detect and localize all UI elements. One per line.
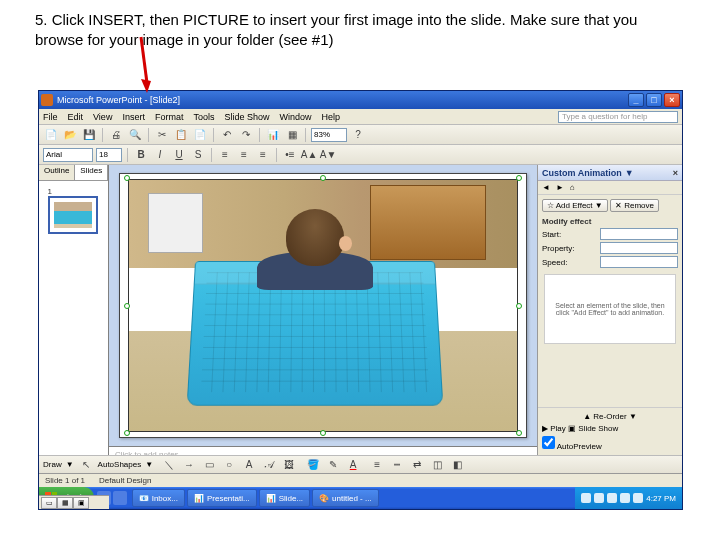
clock[interactable]: 4:27 PM xyxy=(646,494,676,503)
select-icon[interactable]: ↖ xyxy=(78,457,94,473)
tray-icon[interactable] xyxy=(620,493,630,503)
line-style-icon[interactable]: ≡ xyxy=(369,457,385,473)
reorder-down-button[interactable]: ▼ xyxy=(629,412,637,421)
menu-insert[interactable]: Insert xyxy=(122,112,145,122)
3d-style-icon[interactable]: ◧ xyxy=(449,457,465,473)
nav-back-button[interactable]: ◄ xyxy=(542,183,550,192)
selection-handle[interactable] xyxy=(124,175,130,181)
align-right-button[interactable]: ≡ xyxy=(255,147,271,163)
shadow-button[interactable]: S xyxy=(190,147,206,163)
copy-button[interactable]: 📋 xyxy=(173,127,189,143)
taskbar-item[interactable]: 📧Inbox... xyxy=(132,489,185,507)
menu-help[interactable]: Help xyxy=(321,112,340,122)
save-button[interactable]: 💾 xyxy=(81,127,97,143)
paste-button[interactable]: 📄 xyxy=(192,127,208,143)
slide-thumbnail[interactable]: 1 xyxy=(48,187,100,234)
help-search-input[interactable]: Type a question for help xyxy=(558,111,678,123)
selection-handle[interactable] xyxy=(516,175,522,181)
menu-format[interactable]: Format xyxy=(155,112,184,122)
reorder-up-button[interactable]: ▲ xyxy=(583,412,591,421)
selection-handle[interactable] xyxy=(320,175,326,181)
task-hint-text: Select an element of the slide, then cli… xyxy=(544,274,676,344)
zoom-dropdown[interactable]: 83% xyxy=(311,128,347,142)
align-center-button[interactable]: ≡ xyxy=(236,147,252,163)
menu-file[interactable]: File xyxy=(43,112,58,122)
minimize-button[interactable]: _ xyxy=(628,93,644,107)
task-pane-close[interactable]: × xyxy=(673,168,678,178)
line-icon[interactable]: ＼ xyxy=(161,457,177,473)
menu-window[interactable]: Window xyxy=(279,112,311,122)
cut-button[interactable]: ✂ xyxy=(154,127,170,143)
italic-button[interactable]: I xyxy=(152,147,168,163)
selection-handle[interactable] xyxy=(124,430,130,436)
rectangle-icon[interactable]: ▭ xyxy=(201,457,217,473)
arrow-style-icon[interactable]: ⇄ xyxy=(409,457,425,473)
table-button[interactable]: ▦ xyxy=(284,127,300,143)
preview-button[interactable]: 🔍 xyxy=(127,127,143,143)
close-button[interactable]: × xyxy=(664,93,680,107)
home-icon[interactable]: ⌂ xyxy=(570,183,575,192)
tray-icon[interactable] xyxy=(594,493,604,503)
tab-outline[interactable]: Outline xyxy=(39,165,75,180)
new-button[interactable]: 📄 xyxy=(43,127,59,143)
maximize-button[interactable]: □ xyxy=(646,93,662,107)
tray-icon[interactable] xyxy=(581,493,591,503)
redo-button[interactable]: ↷ xyxy=(238,127,254,143)
help-button[interactable]: ? xyxy=(350,127,366,143)
bold-button[interactable]: B xyxy=(133,147,149,163)
selection-handle[interactable] xyxy=(516,430,522,436)
selection-handle[interactable] xyxy=(516,303,522,309)
taskbar-item[interactable]: 🎨untitled - ... xyxy=(312,489,379,507)
print-button[interactable]: 🖨 xyxy=(108,127,124,143)
line-color-icon[interactable]: ✎ xyxy=(325,457,341,473)
nav-forward-button[interactable]: ► xyxy=(556,183,564,192)
remove-effect-button[interactable]: ✕ Remove xyxy=(610,199,659,212)
selection-handle[interactable] xyxy=(320,430,326,436)
bullets-button[interactable]: •≡ xyxy=(282,147,298,163)
play-button[interactable]: ▶ Play xyxy=(542,424,566,433)
font-dropdown[interactable]: Arial xyxy=(43,148,93,162)
chart-button[interactable]: 📊 xyxy=(265,127,281,143)
taskbar-item[interactable]: 📊Presentati... xyxy=(187,489,257,507)
menu-slideshow[interactable]: Slide Show xyxy=(224,112,269,122)
menu-tools[interactable]: Tools xyxy=(193,112,214,122)
tray-icon[interactable] xyxy=(607,493,617,503)
wordart-icon[interactable]: 𝒜 xyxy=(261,457,277,473)
inserted-picture[interactable] xyxy=(128,179,518,432)
property-dropdown[interactable] xyxy=(600,242,678,254)
selection-handle[interactable] xyxy=(124,303,130,309)
fill-color-icon[interactable]: 🪣 xyxy=(305,457,321,473)
decrease-font-button[interactable]: A▼ xyxy=(320,147,336,163)
font-color-icon[interactable]: A xyxy=(345,457,361,473)
dash-style-icon[interactable]: ┅ xyxy=(389,457,405,473)
oval-icon[interactable]: ○ xyxy=(221,457,237,473)
menu-edit[interactable]: Edit xyxy=(68,112,84,122)
arrow-icon[interactable]: → xyxy=(181,457,197,473)
notes-pane[interactable]: Click to add notes xyxy=(109,446,537,455)
add-effect-button[interactable]: ☆ Add Effect ▼ xyxy=(542,199,608,212)
slideshow-button[interactable]: ▣ Slide Show xyxy=(568,424,618,433)
quicklaunch-icon[interactable] xyxy=(113,491,127,505)
speed-label: Speed: xyxy=(542,258,567,267)
autopreview-checkbox[interactable] xyxy=(542,436,555,449)
underline-button[interactable]: U xyxy=(171,147,187,163)
clipart-icon[interactable]: 🖼 xyxy=(281,457,297,473)
draw-menu[interactable]: Draw xyxy=(43,460,62,469)
chevron-down-icon[interactable]: ▼ xyxy=(625,168,634,178)
undo-button[interactable]: ↶ xyxy=(219,127,235,143)
slide-editor[interactable] xyxy=(109,165,537,446)
tray-icon[interactable] xyxy=(633,493,643,503)
start-dropdown[interactable] xyxy=(600,228,678,240)
tab-slides[interactable]: Slides xyxy=(75,165,108,180)
align-left-button[interactable]: ≡ xyxy=(217,147,233,163)
open-button[interactable]: 📂 xyxy=(62,127,78,143)
fontsize-dropdown[interactable]: 18 xyxy=(96,148,122,162)
speed-dropdown[interactable] xyxy=(600,256,678,268)
textbox-icon[interactable]: A xyxy=(241,457,257,473)
autoshapes-menu[interactable]: AutoShapes xyxy=(98,460,142,469)
shadow-style-icon[interactable]: ◫ xyxy=(429,457,445,473)
menu-view[interactable]: View xyxy=(93,112,112,122)
taskbar-item[interactable]: 📊Slide... xyxy=(259,489,310,507)
increase-font-button[interactable]: A▲ xyxy=(301,147,317,163)
app-icon xyxy=(41,94,53,106)
